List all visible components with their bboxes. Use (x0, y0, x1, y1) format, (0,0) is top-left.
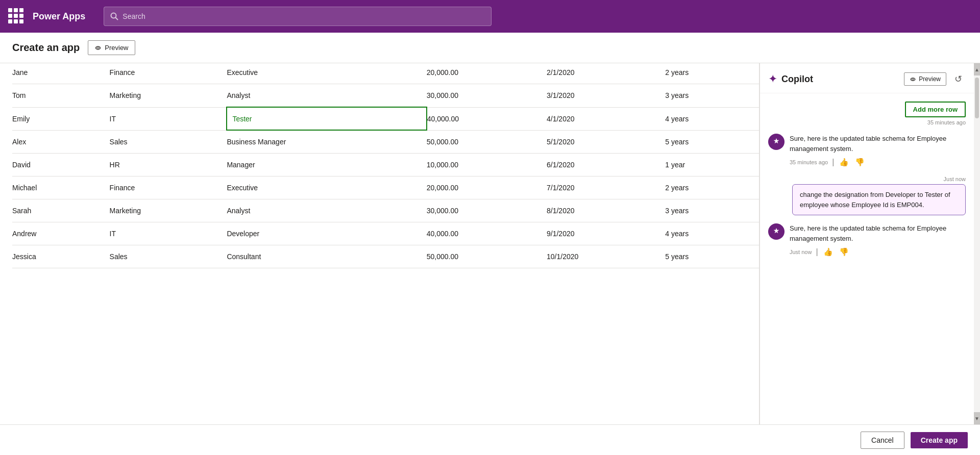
bot-icon-1 (772, 137, 781, 146)
table-cell-2-4[interactable]: 4/1/2020 (547, 107, 665, 130)
table-cell-3-2[interactable]: Business Manager (227, 130, 426, 154)
table-cell-1-3[interactable]: 30,000.00 (427, 84, 547, 108)
scrollbar[interactable]: ▲ ▼ (974, 63, 980, 424)
table-cell-1-1[interactable]: Marketing (110, 84, 227, 108)
copilot-title: Copilot (781, 74, 900, 85)
scrollbar-thumb[interactable] (975, 78, 979, 118)
main-content: JaneFinanceExecutive20,000.002/1/20202 y… (0, 63, 980, 424)
table-cell-6-1[interactable]: Marketing (110, 199, 227, 222)
table-cell-0-4[interactable]: 2/1/2020 (547, 63, 665, 84)
preview-button[interactable]: Preview (88, 40, 135, 55)
add-more-row-button[interactable]: Add more row (905, 102, 966, 117)
table-cell-1-2[interactable]: Analyst (227, 84, 426, 108)
table-cell-6-3[interactable]: 30,000.00 (427, 199, 547, 222)
bot-message-1: Sure, here is the updated table schema f… (768, 134, 966, 168)
bot-message-time-2: Just now (790, 249, 812, 255)
employee-table: JaneFinanceExecutive20,000.002/1/20202 y… (12, 63, 759, 268)
bot-message-content-2: Sure, here is the updated table schema f… (790, 223, 966, 258)
cancel-button[interactable]: Cancel (861, 432, 904, 449)
thumbs-down-button-2[interactable]: 👎 (838, 246, 850, 258)
table-cell-2-3[interactable]: 40,000.00 (427, 107, 547, 130)
bot-message-text-1: Sure, here is the updated table schema f… (790, 134, 966, 154)
scrollbar-down[interactable]: ▼ (974, 412, 980, 424)
table-row: TomMarketingAnalyst30,000.003/1/20203 ye… (12, 84, 759, 108)
bot-message-text-2: Sure, here is the updated table schema f… (790, 223, 966, 243)
table-cell-0-5[interactable]: 2 years (665, 63, 759, 84)
table-cell-3-3[interactable]: 50,000.00 (427, 130, 547, 154)
refresh-button[interactable]: ↺ (950, 71, 966, 87)
add-more-row-section: Add more row 35 minutes ago (768, 102, 966, 125)
table-cell-8-1[interactable]: Sales (110, 245, 227, 268)
app-logo: Power Apps (33, 11, 85, 22)
thumbs-up-button-2[interactable]: 👍 (822, 246, 834, 258)
search-bar[interactable]: Search (104, 7, 492, 26)
table-row: AlexSalesBusiness Manager50,000.005/1/20… (12, 130, 759, 154)
table-cell-6-0[interactable]: Sarah (12, 199, 110, 222)
table-cell-2-1[interactable]: IT (110, 107, 227, 130)
table-cell-3-4[interactable]: 5/1/2020 (547, 130, 665, 154)
copilot-chat-body: Add more row 35 minutes ago Sure, here i… (760, 93, 974, 424)
table-cell-7-3[interactable]: 40,000.00 (427, 222, 547, 245)
bot-message-2: Sure, here is the updated table schema f… (768, 223, 966, 258)
thumbs-up-button-1[interactable]: 👍 (838, 157, 850, 168)
table-cell-8-0[interactable]: Jessica (12, 245, 110, 268)
table-cell-5-0[interactable]: Michael (12, 176, 110, 199)
table-cell-7-2[interactable]: Developer (227, 222, 426, 245)
table-cell-8-3[interactable]: 50,000.00 (427, 245, 547, 268)
table-cell-1-4[interactable]: 3/1/2020 (547, 84, 665, 108)
table-cell-2-0[interactable]: Emily (12, 107, 110, 130)
waffle-menu[interactable] (8, 8, 24, 24)
table-cell-2-5[interactable]: 4 years (665, 107, 759, 130)
table-cell-5-1[interactable]: Finance (110, 176, 227, 199)
create-app-button[interactable]: Create app (911, 432, 968, 448)
table-cell-5-4[interactable]: 7/1/2020 (547, 176, 665, 199)
table-cell-2-2[interactable]: Tester (227, 107, 426, 130)
thumbs-down-button-1[interactable]: 👎 (854, 157, 866, 168)
table-cell-3-1[interactable]: Sales (110, 130, 227, 154)
table-row: AndrewITDeveloper40,000.009/1/20204 year… (12, 222, 759, 245)
table-cell-6-2[interactable]: Analyst (227, 199, 426, 222)
table-cell-1-0[interactable]: Tom (12, 84, 110, 108)
table-cell-4-4[interactable]: 6/1/2020 (547, 154, 665, 176)
bot-avatar-2 (768, 223, 785, 240)
search-icon (110, 12, 118, 20)
copilot-preview-button[interactable]: Preview (904, 72, 946, 86)
table-cell-8-2[interactable]: Consultant (227, 245, 426, 268)
copilot-panel: ✦ Copilot Preview ↺ Add more row 35 minu… (760, 63, 974, 424)
bot-message-meta-2: Just now | 👍 👎 (790, 246, 966, 258)
user-message-1: Just now change the designation from Dev… (768, 176, 966, 215)
table-cell-7-1[interactable]: IT (110, 222, 227, 245)
table-row: EmilyITTester40,000.004/1/20204 years (12, 107, 759, 130)
table-cell-5-5[interactable]: 2 years (665, 176, 759, 199)
table-cell-4-0[interactable]: David (12, 154, 110, 176)
table-cell-1-5[interactable]: 3 years (665, 84, 759, 108)
table-cell-8-4[interactable]: 10/1/2020 (547, 245, 665, 268)
table-cell-7-4[interactable]: 9/1/2020 (547, 222, 665, 245)
copilot-star-icon: ✦ (768, 72, 777, 86)
table-cell-7-5[interactable]: 4 years (665, 222, 759, 245)
preview-icon (94, 44, 102, 52)
bot-message-time-1: 35 minutes ago (790, 159, 828, 165)
table-cell-5-3[interactable]: 20,000.00 (427, 176, 547, 199)
copilot-header: ✦ Copilot Preview ↺ (760, 63, 974, 93)
scrollbar-up[interactable]: ▲ (974, 63, 980, 75)
sub-header: Create an app Preview (0, 33, 980, 63)
table-cell-3-0[interactable]: Alex (12, 130, 110, 154)
table-cell-4-5[interactable]: 1 year (665, 154, 759, 176)
table-cell-4-1[interactable]: HR (110, 154, 227, 176)
user-bubble-1: change the designation from Developer to… (792, 184, 966, 215)
table-cell-4-3[interactable]: 10,000.00 (427, 154, 547, 176)
table-cell-8-5[interactable]: 5 years (665, 245, 759, 268)
table-cell-6-4[interactable]: 8/1/2020 (547, 199, 665, 222)
table-cell-3-5[interactable]: 5 years (665, 130, 759, 154)
table-cell-5-2[interactable]: Executive (227, 176, 426, 199)
table-cell-0-2[interactable]: Executive (227, 63, 426, 84)
table-cell-0-1[interactable]: Finance (110, 63, 227, 84)
bot-message-content-1: Sure, here is the updated table schema f… (790, 134, 966, 168)
table-cell-0-0[interactable]: Jane (12, 63, 110, 84)
table-cell-0-3[interactable]: 20,000.00 (427, 63, 547, 84)
bot-icon-2 (772, 227, 781, 236)
table-cell-7-0[interactable]: Andrew (12, 222, 110, 245)
table-cell-4-2[interactable]: Manager (227, 154, 426, 176)
table-cell-6-5[interactable]: 3 years (665, 199, 759, 222)
